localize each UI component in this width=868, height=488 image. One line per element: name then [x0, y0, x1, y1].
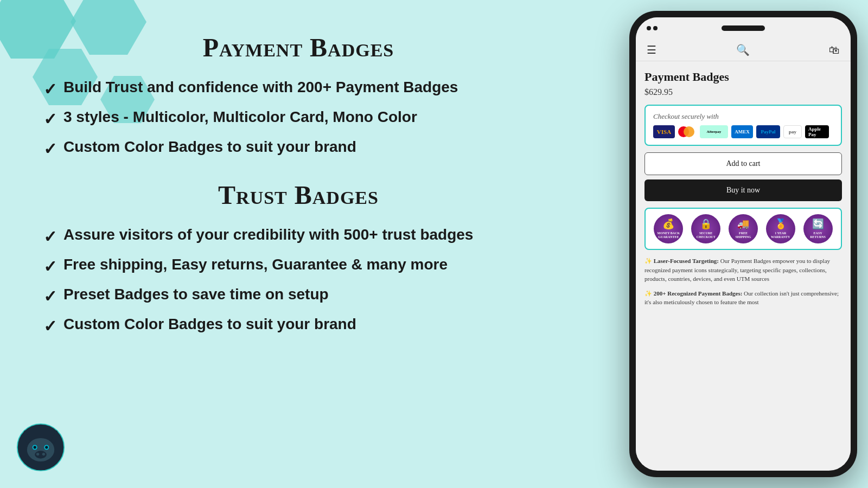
product-price: $629.95 — [644, 87, 842, 97]
description-1: ✨ Laser-Focused Targeting: Our Payment B… — [644, 256, 842, 284]
payment-feature-2: ✓ 3 styles - Multicolor, Multicolor Card… — [43, 108, 553, 129]
secure-checkout-badge: 🔒 SECURECHECKOUT — [691, 214, 720, 243]
payment-features-list: ✓ Build Trust and confidence with 200+ P… — [43, 79, 553, 158]
warranty-icon: 🏅 — [775, 219, 787, 230]
trust-badges-box: 💰 MONEY BACKGUARANTEE 🔒 SECURECHECKOUT 🚚… — [644, 208, 842, 250]
payment-badges-box: Checkout securely with VISA Afterpay AME… — [644, 105, 842, 146]
visa-icon: VISA — [653, 125, 675, 138]
trust-feature-3: ✓ Preset Badges to save time on setup — [43, 286, 553, 306]
warranty-label: 1 YEARWARRANTY — [771, 232, 790, 239]
shipping-icon: 🚚 — [737, 219, 749, 230]
add-to-cart-button[interactable]: Add to cart — [644, 152, 842, 175]
check-icon-2: ✓ — [43, 110, 57, 129]
money-back-badge: 💰 MONEY BACKGUARANTEE — [654, 214, 683, 243]
returns-label: EASYRETURNS — [810, 232, 826, 239]
phone-mockup: ☰ 🔍 🛍 Payment Badges $629.95 Checkout se… — [629, 11, 857, 477]
apple-pay-icon: Apple Pay — [805, 125, 829, 138]
description-2: ✨ 200+ Recognized Payment Badges: Our co… — [644, 289, 842, 307]
desc-2-title: 200+ Recognized Payment Badges: — [654, 290, 743, 297]
check-icon-4: ✓ — [43, 227, 57, 246]
phone-screen: ☰ 🔍 🛍 Payment Badges $629.95 Checkout se… — [636, 17, 851, 471]
svg-point-7 — [36, 453, 39, 455]
check-icon-7: ✓ — [43, 317, 57, 336]
returns-icon: 🔄 — [812, 219, 824, 230]
buy-now-button[interactable]: Buy it now — [644, 179, 842, 201]
payment-feature-3: ✓ Custom Color Badges to suit your brand — [43, 138, 553, 158]
afterpay-icon: Afterpay — [700, 125, 728, 138]
check-icon-6: ✓ — [43, 287, 57, 306]
trust-feature-2: ✓ Free shipping, Easy returns, Guarantee… — [43, 256, 553, 276]
star-icon-1: ✨ — [644, 258, 652, 264]
money-back-label: MONEY BACKGUARANTEE — [658, 232, 680, 239]
svg-point-4 — [34, 446, 36, 448]
payment-badges-title: Payment Badges — [43, 33, 553, 62]
secure-label: SECURECHECKOUT — [697, 232, 716, 239]
trust-feature-4: ✓ Custom Color Badges to suit your brand — [43, 316, 553, 336]
shipping-label: FREESHIPPING — [735, 232, 751, 239]
check-icon-5: ✓ — [43, 257, 57, 276]
gpay-icon: pay — [783, 125, 802, 138]
phone-nav-bar: ☰ 🔍 🛍 — [636, 39, 851, 61]
desc-1-title: Laser-Focused Targeting: — [654, 258, 719, 264]
phone-notch — [722, 25, 765, 31]
easy-returns-badge: 🔄 EASYRETURNS — [803, 214, 833, 243]
secure-icon: 🔒 — [700, 219, 712, 230]
checkout-label: Checkout securely with — [653, 112, 833, 121]
amex-icon: AMEX — [731, 125, 753, 138]
money-back-icon: 💰 — [662, 219, 674, 230]
phone-content-area: Payment Badges $629.95 Checkout securely… — [636, 61, 851, 460]
free-shipping-badge: 🚚 FREESHIPPING — [729, 214, 758, 243]
trust-features-list: ✓ Assure visitors of your credibility wi… — [43, 226, 553, 336]
paypal-icon: PayPal — [756, 125, 780, 138]
payment-feature-1: ✓ Build Trust and confidence with 200+ P… — [43, 79, 553, 99]
main-content: Payment Badges ✓ Build Trust and confide… — [43, 33, 553, 455]
payment-icons-row: VISA Afterpay AMEX PayPal pay Apple — [653, 125, 833, 138]
check-icon-3: ✓ — [43, 139, 57, 158]
menu-icon[interactable]: ☰ — [647, 43, 656, 56]
product-title: Payment Badges — [644, 70, 842, 84]
warranty-badge: 🏅 1 YEARWARRANTY — [766, 214, 795, 243]
star-icon-2: ✨ — [644, 290, 652, 297]
phone-status-bar — [636, 17, 851, 39]
trust-badges-title: Trust Badges — [43, 180, 553, 210]
check-icon-1: ✓ — [43, 80, 57, 99]
trust-feature-1: ✓ Assure visitors of your credibility wi… — [43, 226, 553, 246]
search-icon[interactable]: 🔍 — [736, 43, 750, 56]
mastercard-icon — [678, 125, 697, 138]
cart-icon[interactable]: 🛍 — [829, 44, 840, 56]
